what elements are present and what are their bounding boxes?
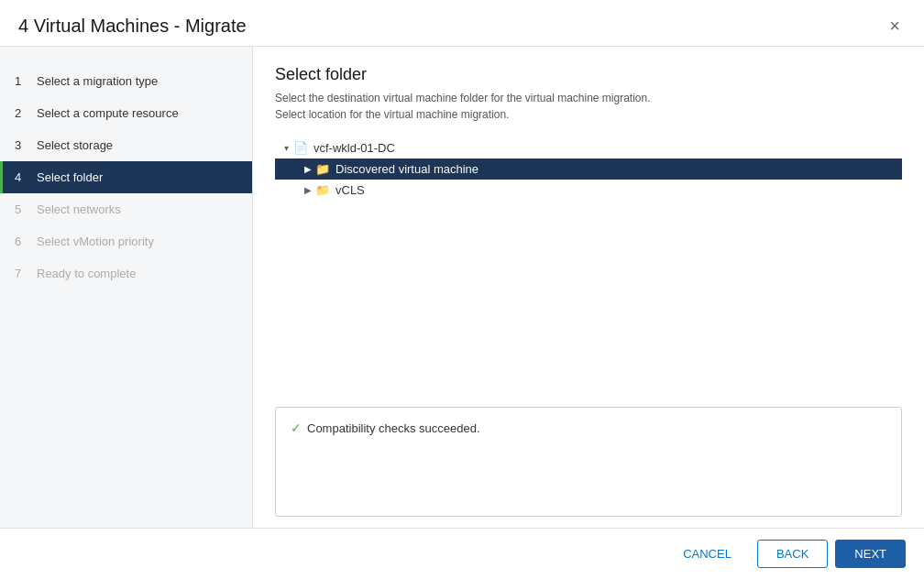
step-3-label: Select storage bbox=[37, 138, 113, 152]
step-5-label: Select networks bbox=[37, 202, 121, 216]
modal-footer: CANCEL BACK NEXT bbox=[0, 528, 924, 579]
folder-tree: ▾ 📄 vcf-wkld-01-DC ▶ 📁 Discovered virtua… bbox=[275, 137, 902, 396]
sidebar-item-folder[interactable]: 4 Select folder bbox=[0, 161, 252, 193]
content-desc-line1: Select the destination virtual machine f… bbox=[275, 90, 902, 106]
step-7-label: Ready to complete bbox=[37, 267, 136, 280]
back-button[interactable]: BACK bbox=[757, 540, 828, 568]
modal-header: 4 Virtual Machines - Migrate × bbox=[0, 0, 924, 47]
step-2-number: 2 bbox=[15, 106, 29, 120]
folder-vcls-icon: 📁 bbox=[315, 183, 330, 197]
check-icon: ✓ bbox=[291, 421, 302, 435]
modal-dialog: 4 Virtual Machines - Migrate × 1 Select … bbox=[0, 0, 924, 579]
active-bar bbox=[0, 161, 3, 193]
step-3-number: 3 bbox=[15, 138, 29, 152]
tree-item-datacenter[interactable]: ▾ 📄 vcf-wkld-01-DC bbox=[275, 137, 902, 158]
cancel-button[interactable]: CANCEL bbox=[665, 541, 750, 567]
step-5-number: 5 bbox=[15, 202, 29, 216]
step-6-label: Select vMotion priority bbox=[37, 235, 154, 248]
next-button[interactable]: NEXT bbox=[835, 540, 906, 568]
compatibility-box: ✓ Compatibility checks succeeded. bbox=[275, 407, 902, 517]
step-1-label: Select a migration type bbox=[37, 74, 158, 88]
step-2-label: Select a compute resource bbox=[37, 106, 179, 120]
folder-discovered-icon: 📁 bbox=[315, 162, 330, 176]
tree-item-discovered[interactable]: ▶ 📁 Discovered virtual machine bbox=[275, 158, 902, 180]
toggle-datacenter: ▾ bbox=[279, 143, 293, 153]
toggle-vcls: ▶ bbox=[301, 185, 315, 195]
sidebar-item-compute[interactable]: 2 Select a compute resource bbox=[0, 97, 252, 129]
discovered-label: Discovered virtual machine bbox=[336, 162, 478, 176]
main-content: Select folder Select the destination vir… bbox=[253, 47, 924, 528]
datacenter-icon: 📄 bbox=[293, 141, 308, 155]
content-title: Select folder bbox=[275, 65, 902, 84]
vcls-label: vCLS bbox=[336, 183, 365, 197]
sidebar-item-vmotion: 6 Select vMotion priority bbox=[0, 225, 252, 257]
content-header: Select folder Select the destination vir… bbox=[275, 65, 902, 123]
sidebar-item-migration-type[interactable]: 1 Select a migration type bbox=[0, 65, 252, 97]
sidebar-item-ready: 7 Ready to complete bbox=[0, 257, 252, 290]
step-4-number: 4 bbox=[15, 170, 29, 184]
toggle-discovered: ▶ bbox=[301, 164, 315, 174]
sidebar-item-storage[interactable]: 3 Select storage bbox=[0, 129, 252, 161]
tree-item-vcls[interactable]: ▶ 📁 vCLS bbox=[275, 180, 902, 201]
compat-text: Compatibility checks succeeded. bbox=[307, 421, 480, 435]
content-desc-line2: Select location for the virtual machine … bbox=[275, 106, 902, 123]
modal-title: 4 Virtual Machines - Migrate bbox=[18, 16, 247, 37]
step-7-number: 7 bbox=[15, 267, 29, 280]
datacenter-label: vcf-wkld-01-DC bbox=[314, 141, 395, 155]
modal-body: 1 Select a migration type 2 Select a com… bbox=[0, 47, 924, 528]
sidebar: 1 Select a migration type 2 Select a com… bbox=[0, 47, 253, 528]
compat-line: ✓ Compatibility checks succeeded. bbox=[291, 421, 886, 435]
step-4-label: Select folder bbox=[37, 170, 103, 184]
sidebar-item-networks: 5 Select networks bbox=[0, 193, 252, 225]
step-1-number: 1 bbox=[15, 74, 29, 88]
close-button[interactable]: × bbox=[884, 15, 906, 37]
step-6-number: 6 bbox=[15, 235, 29, 248]
